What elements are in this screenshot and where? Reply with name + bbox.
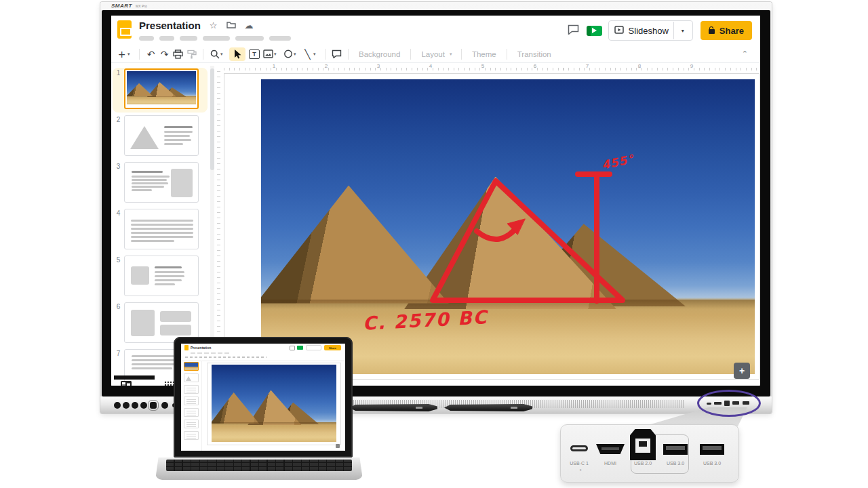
add-comment-icon[interactable]	[332, 48, 342, 60]
print-icon[interactable]	[173, 48, 183, 60]
usbb-port	[630, 429, 656, 460]
tray-button-1	[114, 402, 121, 409]
menu-transition[interactable]: Transition	[513, 50, 555, 58]
slide-thumbnail-1[interactable]: 1	[113, 68, 208, 113]
redo-icon[interactable]: ↷	[159, 48, 170, 60]
cursor-icon	[234, 49, 241, 59]
horizontal-ruler: 1 2 3 4 5 6 7 8 9	[224, 63, 760, 71]
line-tool-icon[interactable]: ╲	[302, 48, 313, 60]
meet-button[interactable]: ▾	[587, 26, 601, 36]
star-icon[interactable]: ☆	[210, 21, 218, 30]
new-slide-caret-icon[interactable]: ▾	[127, 52, 133, 57]
text-box-tool[interactable]: T	[249, 49, 260, 59]
move-folder-icon[interactable]	[226, 21, 236, 30]
board-screen: Presentation ☆ ☁	[111, 16, 760, 386]
undo-icon[interactable]: ↶	[146, 48, 156, 60]
tray-button-4	[140, 402, 147, 409]
menu-theme[interactable]: Theme	[468, 50, 500, 58]
laptop-toolbar	[181, 354, 345, 361]
port-label-usb3a: USB 3.0	[656, 461, 694, 466]
usbc-footnote: *	[577, 468, 584, 473]
slide-thumbnail-2[interactable]: 2	[113, 115, 208, 159]
shape-caret-icon[interactable]: ▾	[294, 52, 299, 57]
laptop-slideshow-button[interactable]	[306, 345, 321, 350]
slides-header: Presentation ☆ ☁	[111, 16, 760, 45]
smart-model-label: MX Pro	[136, 4, 147, 8]
comment-history-icon[interactable]	[568, 24, 579, 37]
board-top-frame: SMART MX Pro	[100, 2, 772, 10]
laptop-menu-placeholder	[191, 352, 230, 354]
share-label: Share	[719, 26, 744, 36]
pyramids-photo[interactable]: 455° C. 2570 BC	[261, 79, 755, 374]
zoom-caret-icon[interactable]: ▾	[220, 52, 226, 57]
slideshow-label: Slideshow	[629, 26, 669, 36]
laptop-share-button[interactable]: Share	[324, 345, 341, 350]
cloud-status-icon: ☁	[245, 21, 254, 30]
hdmi-port	[596, 444, 625, 454]
share-button[interactable]: Share	[701, 21, 752, 40]
laptop-filmstrip	[181, 361, 202, 451]
tray-button-2	[123, 402, 130, 409]
laptop-meet-icon	[297, 346, 303, 350]
grid-view-icon[interactable]	[164, 380, 174, 386]
paint-format-icon[interactable]	[186, 48, 197, 60]
laptop-base	[155, 458, 363, 480]
layout-caret-icon[interactable]: ▾	[450, 52, 455, 57]
laptop-thumb-5[interactable]	[184, 408, 199, 417]
slideshow-caret-icon[interactable]: ▾	[679, 28, 687, 34]
product-screenshot: SMART MX Pro Presentation ☆ ☁	[0, 0, 868, 488]
slide1-photo	[127, 71, 196, 104]
ports-highlight-ellipse	[697, 390, 761, 417]
laptop-thumb-1[interactable]	[184, 362, 199, 371]
usba-port-2	[700, 444, 724, 455]
zoom-icon[interactable]	[210, 48, 220, 60]
usbc-port	[570, 445, 588, 451]
laptop-explore-button	[336, 444, 340, 448]
slides-toolbar: + ▾ ↶ ↷ ▾	[111, 45, 760, 63]
doc-title[interactable]: Presentation	[139, 20, 201, 31]
collapse-toolbar-icon[interactable]: ⌃	[742, 49, 748, 58]
laptop-thumb-4[interactable]	[184, 396, 199, 405]
explore-button[interactable]: +	[734, 363, 750, 379]
slide-thumbnail-3[interactable]: 3	[113, 161, 208, 206]
meet-icon	[587, 26, 602, 36]
laptop-screen: Presentation Share	[174, 337, 353, 458]
filmstrip-view-icon[interactable]	[121, 380, 132, 386]
laptop-pyramids-photo	[212, 365, 336, 442]
usba-port-1	[663, 444, 688, 455]
stylus-pen-left	[349, 404, 437, 411]
slideshow-button[interactable]: Slideshow ▾	[608, 20, 693, 41]
doc-title-area: Presentation ☆ ☁	[139, 20, 291, 41]
ports-callout-panel: USB-C 1 HDMI USB 2.0 USB 3.0 USB 3.0 *	[560, 424, 739, 483]
menu-layout[interactable]: Layout	[417, 50, 449, 58]
laptop-keyboard	[166, 460, 352, 471]
screen-bottom-bar	[114, 375, 155, 380]
port-label-usb3b: USB 3.0	[693, 461, 731, 466]
laptop-thumb-6[interactable]	[184, 420, 199, 428]
laptop-slides-ui: Presentation Share	[181, 344, 345, 451]
select-tool[interactable]	[229, 47, 245, 61]
new-slide-icon[interactable]: +	[117, 48, 127, 60]
line-caret-icon[interactable]: ▾	[313, 52, 319, 57]
menu-background[interactable]: Background	[355, 50, 404, 58]
stylus-pen-right	[444, 404, 532, 411]
laptop-thumb-7[interactable]	[184, 431, 199, 440]
tray-button-6	[161, 402, 168, 409]
smart-logo: SMART	[111, 3, 132, 9]
slide-thumbnail-4[interactable]: 4	[113, 208, 208, 253]
insert-image-icon[interactable]	[263, 48, 273, 60]
laptop-thumb-2[interactable]	[184, 373, 199, 382]
slide-thumbnail-5[interactable]: 5	[113, 255, 208, 300]
laptop-thumb-3[interactable]	[184, 385, 199, 394]
tray-home-button	[150, 402, 157, 409]
laptop-doc-title: Presentation	[191, 346, 211, 350]
tray-button-3	[132, 402, 138, 409]
slides-logo-icon	[117, 20, 132, 39]
slideshow-icon	[614, 24, 624, 37]
laptop-slides-logo-icon	[184, 345, 189, 350]
laptop-comment-icon	[290, 346, 295, 350]
ink-annotations	[261, 79, 755, 374]
image-caret-icon[interactable]: ▾	[274, 52, 279, 57]
lock-icon	[709, 29, 715, 34]
shape-tool-icon[interactable]	[283, 48, 293, 60]
